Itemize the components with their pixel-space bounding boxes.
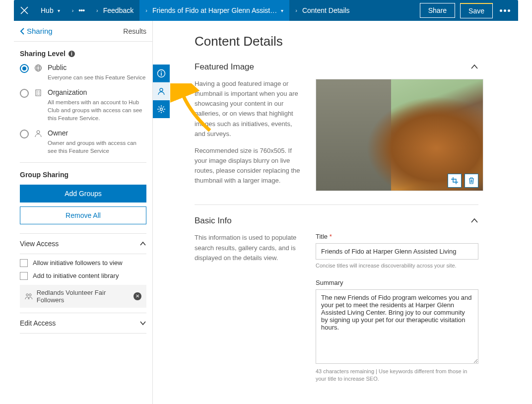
title-help: Concise titles will increase discoverabi… xyxy=(316,262,478,269)
svg-point-9 xyxy=(160,88,163,91)
globe-icon xyxy=(34,64,43,72)
back-label: Sharing xyxy=(27,27,53,35)
radio-public[interactable]: Public Everyone can see this Feature Ser… xyxy=(20,64,146,81)
chevron-up-icon xyxy=(139,240,146,247)
back-sharing-link[interactable]: Sharing xyxy=(20,27,53,35)
info-icon[interactable]: i xyxy=(68,51,75,57)
breadcrumb-hub[interactable]: Hub ▾ xyxy=(35,0,66,21)
featured-desc-2: Recommended size is 760x505. If your ima… xyxy=(195,146,304,186)
allow-followers-label: Allow initiative followers to view xyxy=(33,259,123,267)
chevron-right-icon: › xyxy=(96,7,98,13)
breadcrumb-tail[interactable]: › Content Details xyxy=(289,0,355,21)
breadcrumb-ellipsis: ••• xyxy=(78,6,84,14)
svg-point-5 xyxy=(29,293,31,295)
group-chip: Redlands Volunteer Fair Followers ✕ xyxy=(20,285,146,308)
share-button[interactable]: Share xyxy=(420,3,455,18)
close-icon[interactable] xyxy=(14,0,35,21)
add-library-label: Add to initiative content library xyxy=(33,272,119,279)
chevron-down-icon xyxy=(139,320,146,327)
caret-down-icon: ▾ xyxy=(281,8,283,13)
svg-rect-2 xyxy=(36,90,41,96)
group-chip-label: Redlands Volunteer Fair Followers xyxy=(37,289,134,304)
top-bar: Hub ▾ › ••• › Feedback › Friends of Fido… xyxy=(14,0,518,21)
chevron-left-icon xyxy=(20,28,25,35)
breadcrumb-feedback-label: Feedback xyxy=(103,6,133,14)
group-sharing-title: Group Sharing xyxy=(20,171,146,179)
svg-point-7 xyxy=(161,71,162,72)
add-groups-button[interactable]: Add Groups xyxy=(20,185,146,202)
save-button[interactable]: Save xyxy=(460,3,493,18)
caret-down-icon: ▾ xyxy=(58,8,60,13)
remove-group-icon[interactable]: ✕ xyxy=(133,292,141,300)
svg-rect-8 xyxy=(161,72,162,75)
view-access-toggle[interactable]: View Access xyxy=(20,233,146,254)
radio-owner-label: Owner xyxy=(48,129,146,137)
side-panel: Sharing Results Sharing Level i Public E xyxy=(14,21,153,404)
delete-image-button[interactable] xyxy=(465,174,478,188)
svg-point-4 xyxy=(26,293,28,295)
chevron-right-icon: › xyxy=(145,7,147,13)
radio-org-desc: All members with an account to Hub Club … xyxy=(48,98,146,122)
checkbox-allow-followers[interactable]: Allow initiative followers to view xyxy=(20,259,146,267)
view-access-label: View Access xyxy=(20,240,59,248)
tab-info[interactable] xyxy=(153,65,170,82)
page-title: Content Details xyxy=(195,34,478,49)
breadcrumb-item[interactable]: › Friends of Fido at Harper Glenn Assist… xyxy=(139,0,289,21)
radio-owner-desc: Owner and groups with access can see thi… xyxy=(48,139,146,155)
radio-public-desc: Everyone can see this Feature Service xyxy=(48,73,146,81)
breadcrumb-more[interactable]: › ••• xyxy=(66,0,90,21)
tab-sharing[interactable] xyxy=(153,82,170,100)
edit-access-label: Edit Access xyxy=(20,319,56,327)
title-input[interactable] xyxy=(316,243,478,260)
more-menu-icon[interactable] xyxy=(498,9,512,12)
crop-image-button[interactable] xyxy=(448,174,462,188)
building-icon xyxy=(34,89,43,97)
breadcrumb-tail-label: Content Details xyxy=(302,6,350,14)
title-label: Title * xyxy=(316,233,478,240)
basic-intro: This information is used to populate sea… xyxy=(195,233,304,263)
person-icon xyxy=(34,130,43,137)
section-featured-image: Featured Image Having a good featured im… xyxy=(195,62,478,205)
chevron-right-icon: › xyxy=(72,7,74,13)
summary-input[interactable] xyxy=(316,289,478,364)
section-basic-info: Basic Info This information is used to p… xyxy=(195,216,478,404)
breadcrumb-hub-label: Hub xyxy=(41,6,54,14)
tab-rail xyxy=(153,65,170,118)
main-content: Content Details Featured Image Having a … xyxy=(153,21,518,404)
chevron-up-icon[interactable] xyxy=(470,217,478,225)
radio-org-label: Organization xyxy=(48,88,146,96)
svg-point-3 xyxy=(37,131,40,134)
featured-heading: Featured Image xyxy=(195,62,254,72)
summary-help: 43 characters remaining | Use keywords d… xyxy=(316,368,478,383)
edit-access-toggle[interactable]: Edit Access xyxy=(20,313,146,334)
checkbox-add-library[interactable]: Add to initiative content library xyxy=(20,272,146,280)
tab-settings[interactable] xyxy=(153,100,170,118)
breadcrumb-feedback[interactable]: › Feedback xyxy=(90,0,139,21)
results-link[interactable]: Results xyxy=(123,27,146,35)
radio-owner[interactable]: Owner Owner and groups with access can s… xyxy=(20,129,146,155)
radio-organization[interactable]: Organization All members with an account… xyxy=(20,88,146,122)
sharing-level-title: Sharing Level i xyxy=(20,50,146,58)
svg-point-10 xyxy=(160,108,163,111)
basic-heading: Basic Info xyxy=(195,216,232,226)
featured-desc-1: Having a good featured image or thumbnai… xyxy=(195,79,304,139)
summary-label: Summary xyxy=(316,279,478,286)
chevron-right-icon: › xyxy=(295,7,297,13)
breadcrumb-item-label: Friends of Fido at Harper Glenn Assist… xyxy=(152,6,277,14)
remove-all-button[interactable]: Remove All xyxy=(20,206,146,224)
chevron-up-icon[interactable] xyxy=(470,63,478,71)
radio-public-label: Public xyxy=(48,64,146,71)
people-icon xyxy=(25,293,33,300)
